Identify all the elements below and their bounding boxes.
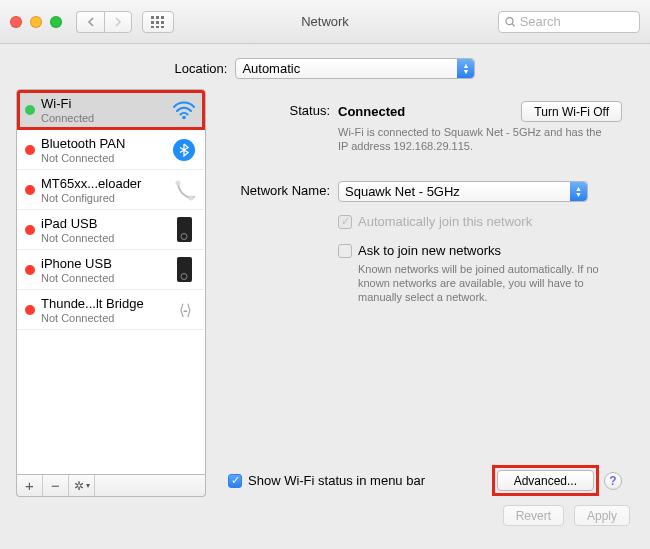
svg-rect-3	[151, 21, 154, 24]
thunderbolt-icon: ⟨···⟩	[171, 297, 197, 323]
detail-pane: Status: Connected Turn Wi-Fi Off Wi-Fi i…	[206, 89, 634, 497]
network-name-value: Squawk Net - 5GHz	[345, 184, 460, 199]
sidebar-item-sub: Not Configured	[41, 192, 165, 204]
sidebar-item-thunderbolt-bridge[interactable]: Thunde...lt Bridge Not Connected ⟨···⟩	[17, 290, 205, 330]
status-row: Status: Connected Turn Wi-Fi Off Wi-Fi i…	[228, 101, 622, 153]
show-all-button[interactable]	[142, 11, 174, 33]
gear-icon: ✲	[74, 479, 84, 493]
phone-icon	[171, 177, 197, 203]
popup-arrows-icon: ▲▼	[570, 182, 587, 201]
content-area: Wi-Fi Connected Bluetooth PAN Not Connec…	[0, 89, 650, 497]
service-list-footer: + − ✲▾	[16, 475, 206, 497]
sidebar-item-title: Wi-Fi	[41, 96, 165, 111]
svg-rect-1	[156, 16, 159, 19]
add-service-button[interactable]: +	[17, 475, 43, 496]
ask-join-description: Known networks will be joined automatica…	[358, 262, 618, 304]
svg-rect-6	[151, 26, 154, 28]
svg-rect-8	[161, 26, 164, 28]
network-name-label: Network Name:	[228, 181, 338, 198]
sidebar-item-wifi[interactable]: Wi-Fi Connected	[17, 90, 205, 130]
status-dot-icon	[25, 185, 35, 195]
chevron-down-icon: ▾	[86, 481, 90, 490]
wifi-toggle-button[interactable]: Turn Wi-Fi Off	[521, 101, 622, 122]
svg-rect-7	[156, 26, 159, 28]
ask-join-label: Ask to join new networks	[358, 243, 501, 258]
status-dot-icon	[25, 105, 35, 115]
titlebar: Network	[0, 0, 650, 44]
location-popup[interactable]: Automatic ▲▼	[235, 58, 475, 79]
status-dot-icon	[25, 265, 35, 275]
service-actions-button[interactable]: ✲▾	[69, 475, 95, 496]
footer-buttons: Revert Apply	[0, 497, 650, 526]
service-list-wrap: Wi-Fi Connected Bluetooth PAN Not Connec…	[16, 89, 206, 497]
bottom-row: ✓ Show Wi-Fi status in menu bar Advanced…	[228, 468, 622, 497]
revert-button[interactable]: Revert	[503, 505, 564, 526]
location-row: Location: Automatic ▲▼	[0, 44, 650, 89]
sidebar-item-sub: Not Connected	[41, 152, 165, 164]
apply-button[interactable]: Apply	[574, 505, 630, 526]
sidebar-item-title: iPhone USB	[41, 256, 165, 271]
svg-rect-5	[161, 21, 164, 24]
svg-point-13	[189, 195, 194, 200]
service-list: Wi-Fi Connected Bluetooth PAN Not Connec…	[16, 89, 206, 475]
sidebar-item-mt65xx[interactable]: MT65xx...eloader Not Configured	[17, 170, 205, 210]
zoom-icon[interactable]	[50, 16, 62, 28]
device-icon	[171, 217, 197, 243]
help-button[interactable]: ?	[604, 472, 622, 490]
svg-line-10	[512, 23, 515, 26]
location-label: Location:	[175, 61, 228, 76]
ask-join-checkbox[interactable]	[338, 244, 352, 258]
remove-service-button[interactable]: −	[43, 475, 69, 496]
status-dot-icon	[25, 145, 35, 155]
window-controls	[10, 16, 62, 28]
bluetooth-icon	[171, 137, 197, 163]
popup-arrows-icon: ▲▼	[457, 59, 474, 78]
sidebar-item-bluetooth-pan[interactable]: Bluetooth PAN Not Connected	[17, 130, 205, 170]
svg-point-9	[506, 17, 513, 24]
sidebar-item-sub: Not Connected	[41, 232, 165, 244]
device-icon	[171, 257, 197, 283]
location-value: Automatic	[242, 61, 300, 76]
search-icon	[505, 16, 516, 28]
auto-join-label: Automatically join this network	[358, 214, 532, 229]
svg-rect-0	[151, 16, 154, 19]
minimize-icon[interactable]	[30, 16, 42, 28]
network-name-popup[interactable]: Squawk Net - 5GHz ▲▼	[338, 181, 588, 202]
svg-rect-4	[156, 21, 159, 24]
status-description: Wi-Fi is connected to Squawk Net - 5GHz …	[338, 125, 608, 153]
search-input[interactable]	[520, 14, 633, 29]
network-name-row: Network Name: Squawk Net - 5GHz ▲▼ ✓ Aut…	[228, 181, 622, 304]
status-label: Status:	[228, 101, 338, 118]
close-icon[interactable]	[10, 16, 22, 28]
sidebar-item-sub: Not Connected	[41, 312, 165, 324]
sidebar-item-ipad-usb[interactable]: iPad USB Not Connected	[17, 210, 205, 250]
svg-point-11	[182, 115, 186, 119]
status-dot-icon	[25, 305, 35, 315]
svg-point-12	[176, 180, 181, 185]
wifi-icon	[171, 97, 197, 123]
sidebar-item-sub: Connected	[41, 112, 165, 124]
sidebar-item-title: iPad USB	[41, 216, 165, 231]
forward-button[interactable]	[104, 11, 132, 33]
sidebar-item-iphone-usb[interactable]: iPhone USB Not Connected	[17, 250, 205, 290]
sidebar-item-sub: Not Connected	[41, 272, 165, 284]
network-preferences-window: Network Location: Automatic ▲▼ Wi-Fi Con…	[0, 0, 650, 549]
sidebar-item-title: Bluetooth PAN	[41, 136, 165, 151]
status-dot-icon	[25, 225, 35, 235]
sidebar-item-title: Thunde...lt Bridge	[41, 296, 165, 311]
svg-rect-2	[161, 16, 164, 19]
nav-back-forward	[76, 11, 132, 33]
show-status-label: Show Wi-Fi status in menu bar	[248, 473, 425, 488]
sidebar-item-title: MT65xx...eloader	[41, 176, 165, 191]
auto-join-checkbox: ✓	[338, 215, 352, 229]
back-button[interactable]	[76, 11, 104, 33]
search-field[interactable]	[498, 11, 640, 33]
status-value: Connected	[338, 104, 405, 119]
advanced-button[interactable]: Advanced...	[497, 470, 594, 491]
show-status-checkbox[interactable]: ✓	[228, 474, 242, 488]
